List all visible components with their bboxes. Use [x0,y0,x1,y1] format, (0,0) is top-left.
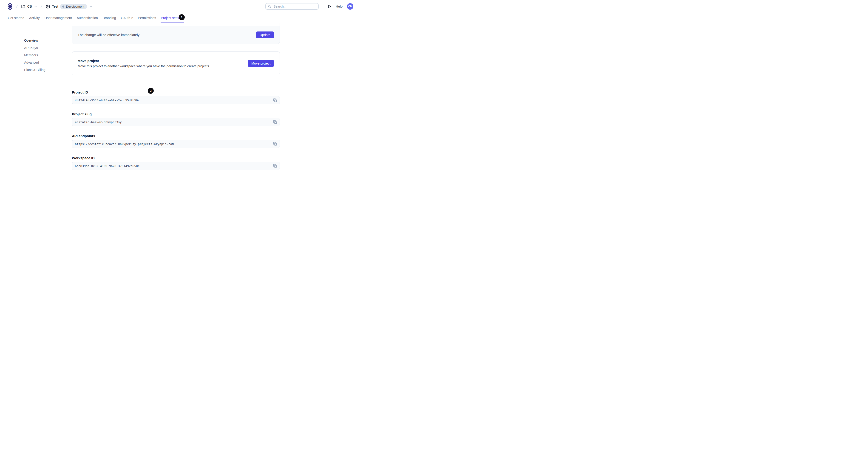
chevron-down-icon [34,5,37,8]
copy-icon [273,164,277,168]
folder-icon [21,4,25,8]
move-project-button[interactable]: Move project [248,60,274,67]
main-content: The change will be effective immediately… [72,23,280,75]
copy-icon [273,98,277,102]
environment-dot-icon [62,5,64,7]
project-id-label: Project ID [72,90,280,95]
tab-authentication[interactable]: Authentication [76,13,98,23]
search-box[interactable] [266,3,319,10]
user-avatar[interactable]: CN [347,3,353,10]
tab-branding[interactable]: Branding [102,13,116,23]
settings-sidebar: Overview API Keys Members Advanced Plans… [24,38,65,75]
project-id-group: Project ID 4b13df9d-3555-4485-a62a-2adc5… [72,90,280,104]
move-project-description: Move this project to another workspace w… [78,64,210,68]
project-breadcrumb[interactable]: Test Development [46,4,92,9]
environment-badge: Development [60,4,87,9]
tab-permissions[interactable]: Permissions [137,13,156,23]
breadcrumb-separator: / [40,4,42,9]
api-endpoints-field: https://ecstatic-beaver-0hkvpcr3sy.proje… [72,140,280,148]
workspace-id-label: Workspace ID [72,156,280,161]
header-actions: Help CN [266,3,353,10]
api-endpoints-group: API endpoints https://ecstatic-beaver-0h… [72,134,280,148]
play-icon [328,5,331,8]
workspace-id-value: 6de839da-8c52-4109-9b28-3791492e650e [75,164,140,168]
update-message: The change will be effective immediately [78,33,140,37]
annotation-badge-1: 1 [179,14,185,20]
copy-workspace-id-button[interactable] [273,163,278,168]
ory-logo-icon [8,2,13,10]
project-slug-value: ecstatic-beaver-0hkvpcr3sy [75,120,122,124]
copy-api-endpoints-button[interactable] [273,141,278,146]
project-slug-field: ecstatic-beaver-0hkvpcr3sy [72,118,280,126]
breadcrumb: / CB / Test [8,2,92,10]
copy-project-id-button[interactable] [273,98,278,103]
copy-icon [273,142,277,146]
tab-activity[interactable]: Activity [29,13,40,23]
sidebar-item-plans-billing[interactable]: Plans & Billing [24,67,45,72]
update-card-footer: The change will be effective immediately… [72,26,280,44]
help-link[interactable]: Help [336,5,343,8]
update-card-body [72,23,280,26]
workspace-name: CB [27,5,32,8]
sidebar-item-advanced[interactable]: Advanced [24,60,39,65]
search-input[interactable] [273,5,316,8]
ory-logo[interactable] [8,2,13,10]
move-project-text: Move project Move this project to anothe… [78,59,210,68]
play-button[interactable] [328,5,331,8]
workspace-id-group: Workspace ID 6de839da-8c52-4109-9b28-379… [72,156,280,170]
top-header: / CB / Test [0,0,360,13]
project-id-value: 4b13df9d-3555-4485-a62a-2adc55d7b50c [75,98,140,102]
sidebar-item-api-keys[interactable]: API Keys [24,45,38,50]
update-card: The change will be effective immediately… [72,23,280,44]
tab-oauth2[interactable]: OAuth 2 [121,13,133,23]
api-endpoints-value: https://ecstatic-beaver-0hkvpcr3sy.proje… [75,142,174,146]
annotation-badge-2: 2 [148,88,154,94]
copy-project-slug-button[interactable] [273,120,278,125]
tab-get-started[interactable]: Get started [8,13,25,23]
project-id-field: 4b13df9d-3555-4485-a62a-2adc55d7b50c [72,96,280,104]
tab-user-management[interactable]: User management [44,13,72,23]
api-endpoints-label: API endpoints [72,134,280,139]
update-button[interactable]: Update [256,31,274,38]
project-name: Test [52,5,58,8]
copy-icon [273,120,277,124]
app-window: / CB / Test [0,0,360,191]
sidebar-item-overview[interactable]: Overview [24,38,38,43]
breadcrumb-separator: / [16,4,18,9]
workspace-breadcrumb[interactable]: CB [21,4,37,8]
project-slug-label: Project slug [72,112,280,117]
move-project-card: Move project Move this project to anothe… [72,52,280,75]
sidebar-item-members[interactable]: Members [24,53,38,57]
package-icon [46,4,50,9]
environment-label: Development [66,5,84,8]
chevron-down-icon [89,5,92,8]
move-project-title: Move project [78,59,210,63]
search-icon [268,5,271,8]
workspace-id-field: 6de839da-8c52-4109-9b28-3791492e650e [72,162,280,170]
project-slug-group: Project slug ecstatic-beaver-0hkvpcr3sy [72,112,280,126]
